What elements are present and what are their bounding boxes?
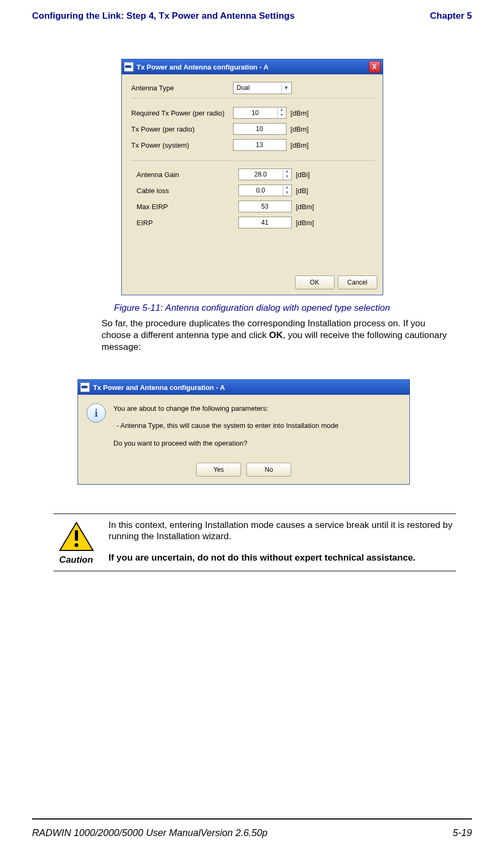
- svg-point-2: [74, 543, 78, 547]
- spin-down-icon[interactable]: ▼: [283, 174, 291, 180]
- antenna-type-label: Antenna Type: [131, 84, 233, 92]
- req-tx-power-value: 10: [234, 108, 277, 118]
- unit: [dBm]: [291, 125, 309, 133]
- titlebar: Tx Power and Antenna configuration - A: [78, 380, 409, 395]
- unit: [dBm]: [291, 109, 309, 117]
- spin-up-icon[interactable]: ▲: [277, 108, 286, 113]
- eirp-label: EIRP: [131, 219, 238, 227]
- confirm-line-1: You are about to change the following pa…: [113, 403, 401, 414]
- confirm-line-2: - Antenna Type, this will cause the syst…: [113, 420, 401, 431]
- caution-text: In this context, entering Installation m…: [108, 520, 453, 542]
- unit: [dBm]: [291, 141, 309, 149]
- unit: [dBi]: [296, 171, 310, 179]
- tx-power-system-label: Tx Power (system): [131, 141, 233, 149]
- window-title: Tx Power and Antenna configuration - A: [93, 384, 407, 392]
- chevron-down-icon[interactable]: ▼: [281, 82, 291, 94]
- caution-label: Caution: [59, 555, 93, 565]
- spin-up-icon[interactable]: ▲: [283, 169, 291, 174]
- yes-button[interactable]: Yes: [196, 463, 241, 477]
- titlebar: Tx Power and Antenna configuration - A X: [122, 59, 383, 74]
- spin-up-icon[interactable]: ▲: [283, 185, 291, 190]
- close-icon[interactable]: X: [369, 61, 381, 73]
- eirp-value: 41: [238, 217, 292, 228]
- info-icon: i: [87, 403, 106, 423]
- req-tx-power-label: Required Tx Power (per radio): [131, 109, 233, 117]
- dialog-confirm: Tx Power and Antenna configuration - A i…: [77, 379, 410, 484]
- warning-icon: [59, 522, 94, 551]
- footer-right: 5-19: [453, 828, 472, 839]
- tx-power-system-value: 13: [233, 139, 286, 151]
- antenna-type-value: Dual: [234, 84, 281, 91]
- spin-down-icon[interactable]: ▼: [277, 113, 286, 118]
- cable-loss-label: Cable loss: [131, 187, 238, 195]
- window-title: Tx Power and Antenna configuration - A: [137, 63, 369, 71]
- svg-rect-1: [75, 530, 78, 541]
- tx-power-radio-value: 10: [233, 123, 286, 135]
- caution-block: Caution In this context, entering Instal…: [53, 514, 456, 571]
- tx-power-radio-label: Tx Power (per radio): [131, 125, 233, 133]
- ok-button[interactable]: OK: [295, 275, 335, 289]
- cancel-button[interactable]: Cancel: [338, 275, 377, 289]
- header-right: Chapter 5: [430, 11, 472, 21]
- req-tx-power-spin[interactable]: 10 ▲▼: [233, 107, 286, 119]
- antenna-gain-spin[interactable]: 28.0 ▲▼: [238, 168, 292, 180]
- spin-down-icon[interactable]: ▼: [283, 190, 291, 196]
- max-eirp-value: 53: [238, 201, 292, 212]
- unit: [dBm]: [296, 219, 314, 227]
- antenna-gain-value: 28.0: [239, 169, 283, 180]
- body-paragraph: So far, the procedure duplicates the cor…: [102, 318, 456, 353]
- antenna-type-combo[interactable]: Dual ▼: [233, 82, 292, 94]
- footer-rule: [32, 818, 472, 819]
- max-eirp-label: Max EIRP: [131, 203, 238, 211]
- dialog-tx-power: Tx Power and Antenna configuration - A X…: [121, 59, 383, 295]
- app-icon: [124, 62, 134, 72]
- cable-loss-value: 0.0: [239, 185, 283, 196]
- divider: [131, 98, 375, 98]
- app-icon: [80, 382, 90, 392]
- unit: [dB]: [296, 187, 308, 195]
- footer-left: RADWIN 1000/2000/5000 User ManualVersion…: [32, 828, 268, 839]
- no-button[interactable]: No: [246, 463, 291, 477]
- unit: [dBm]: [296, 203, 314, 211]
- header-left: Configuring the Link: Step 4, Tx Power a…: [32, 11, 294, 21]
- caution-bold: If you are uncertain, do not do this wit…: [108, 552, 456, 564]
- para-bold: OK: [269, 330, 283, 340]
- figure-caption: Figure 5-11: Antenna configuration dialo…: [64, 303, 440, 313]
- antenna-gain-label: Antenna Gain: [131, 171, 238, 179]
- confirm-line-3: Do you want to proceed with the operatio…: [113, 438, 401, 449]
- cable-loss-spin[interactable]: 0.0 ▲▼: [238, 185, 292, 196]
- divider: [131, 160, 375, 161]
